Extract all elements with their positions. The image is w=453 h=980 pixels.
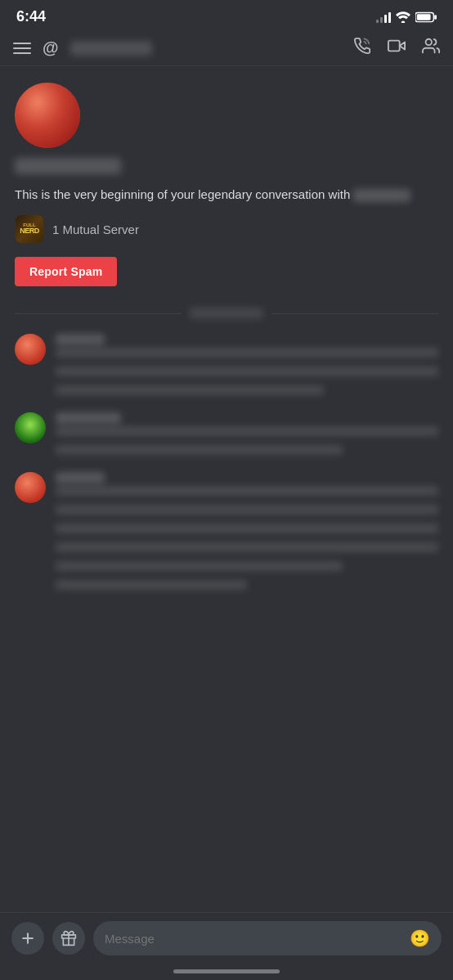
message-input-wrap: 🙂 [93, 921, 442, 955]
call-icon[interactable] [353, 37, 371, 59]
emoji-button[interactable]: 🙂 [410, 928, 430, 948]
profile-bio: This is the very beginning of your legen… [15, 186, 438, 203]
divider-line-left [15, 313, 182, 314]
msg-text-line [56, 486, 438, 496]
status-bar: 6:44 [0, 0, 453, 30]
date-divider [0, 299, 453, 327]
battery-icon [415, 11, 437, 23]
chat-area: This is the very beginning of your legen… [0, 66, 453, 751]
bio-username-blur [353, 189, 410, 202]
msg-text-line [56, 580, 247, 590]
svg-rect-3 [417, 14, 431, 20]
home-indicator [0, 964, 453, 980]
messages-list [0, 327, 453, 669]
report-spam-button[interactable]: Report Spam [15, 257, 117, 286]
profile-username [15, 158, 121, 174]
message-content-2 [56, 412, 438, 459]
msg-text-line [56, 542, 438, 552]
msg-text-line [56, 561, 343, 571]
fade-overlay [15, 605, 438, 654]
nav-bar: @ [0, 30, 453, 66]
status-time: 6:44 [16, 8, 46, 25]
nerd-logo: FULL NERD [20, 223, 39, 236]
mutual-server-row: FULL NERD 1 Mutual Server [15, 214, 438, 244]
signal-icon [376, 11, 391, 23]
message-input[interactable] [105, 932, 410, 946]
server-icon: FULL NERD [15, 214, 44, 244]
home-bar [173, 969, 280, 973]
message-avatar-1 [15, 334, 46, 365]
message-author-2 [56, 412, 121, 424]
message-content-3 [56, 472, 438, 594]
profile-section: This is the very beginning of your legen… [0, 66, 453, 299]
message-item [0, 465, 453, 600]
add-button[interactable] [11, 922, 44, 955]
svg-rect-5 [388, 41, 400, 52]
profile-avatar [15, 83, 80, 148]
msg-text-line [56, 426, 438, 436]
bottom-spacer [0, 751, 453, 816]
video-icon[interactable] [388, 37, 406, 59]
divider-date [190, 308, 263, 319]
message-item [0, 327, 453, 406]
nav-left: @ [13, 38, 152, 57]
message-content-1 [56, 334, 438, 399]
message-author-1 [56, 334, 105, 345]
svg-rect-2 [434, 15, 437, 20]
message-avatar-3 [15, 472, 46, 503]
svg-point-6 [426, 39, 432, 45]
msg-text-line [56, 348, 438, 357]
msg-text-line [56, 366, 438, 376]
mention-icon: @ [43, 38, 59, 57]
members-icon[interactable] [422, 37, 440, 59]
message-author-3 [56, 472, 105, 483]
status-icons [376, 11, 437, 23]
wifi-icon [396, 11, 410, 23]
msg-text-line [56, 385, 324, 395]
nav-right [353, 37, 440, 59]
msg-text-line [56, 445, 343, 455]
svg-marker-4 [400, 42, 405, 49]
message-avatar-2 [15, 412, 46, 443]
mutual-server-label: 1 Mutual Server [52, 223, 139, 236]
divider-line-right [271, 313, 438, 314]
username-display [70, 41, 152, 56]
msg-text-line [56, 505, 438, 515]
message-item [0, 406, 453, 465]
svg-point-0 [401, 20, 406, 23]
gift-button[interactable] [52, 922, 85, 955]
msg-text-line [56, 524, 438, 533]
hamburger-icon[interactable] [13, 43, 31, 54]
